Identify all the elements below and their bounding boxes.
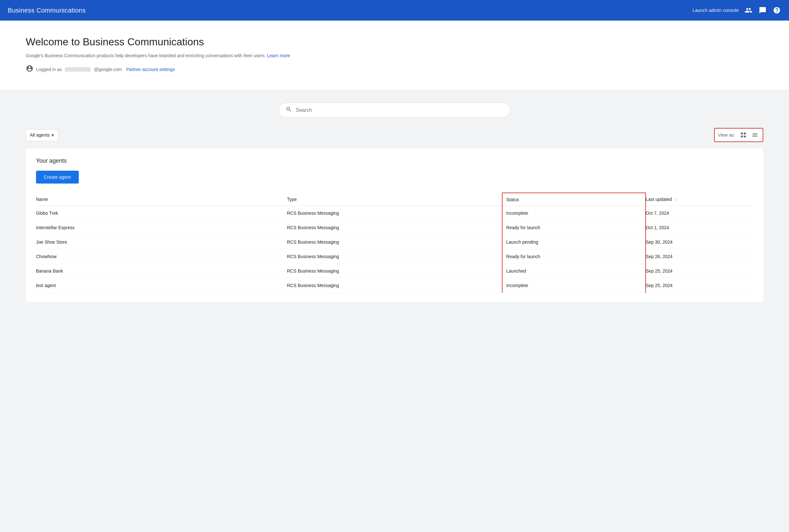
all-agents-dropdown[interactable]: All agents ▾ [26,129,58,141]
sort-desc-icon: ↓ [674,197,676,202]
view-as-label: View as: [718,132,735,138]
cell-last-updated: Sep 25, 2024 [645,264,753,278]
cell-type: RCS Business Messaging [287,235,502,249]
launch-admin-console-button[interactable]: Launch admin console [693,8,739,13]
agents-card: Your agents Create agent Name Type Statu… [26,149,763,302]
cell-last-updated: Sep 26, 2024 [645,249,753,264]
cell-last-updated: Oct 7, 2024 [645,206,753,221]
learn-more-link[interactable]: Learn more [267,53,290,58]
account-circle-icon [26,64,34,74]
cell-name: Joe Shoe Store [36,235,287,249]
search-icon [285,106,292,114]
cell-type: RCS Business Messaging [287,278,502,293]
table-row[interactable]: Globo Trek RCS Business Messaging Incomp… [36,206,753,221]
partner-account-settings-link[interactable]: Partner account settings [126,67,175,72]
agents-table: Name Type Status Last updated ↓ [36,193,753,293]
table-header-row: Name Type Status Last updated ↓ [36,193,753,206]
logged-in-text: Logged in as [36,67,62,72]
cell-status: Incomplete [502,206,645,221]
cell-status: Incomplete [502,278,645,293]
email-domain: @google.com [94,67,122,72]
table-row[interactable]: ChowNow RCS Business Messaging Ready for… [36,249,753,264]
cell-name: Globo Trek [36,206,287,221]
all-agents-label: All agents [30,132,50,138]
filter-row: All agents ▾ View as: [26,128,763,142]
cell-type: RCS Business Messaging [287,264,502,278]
people-icon[interactable] [744,6,753,15]
welcome-description: Google's Business Communication products… [26,53,763,58]
th-type: Type [287,193,502,206]
cell-status: Launched [502,264,645,278]
list-view-icon[interactable] [750,131,759,139]
cell-name: Interstellar Express [36,221,287,235]
welcome-section: Welcome to Business Communications Googl… [0,21,789,90]
th-last-updated[interactable]: Last updated ↓ [645,193,753,206]
chat-icon[interactable] [758,6,767,15]
search-bar [279,102,510,118]
cell-name: ChowNow [36,249,287,264]
view-as-container: View as: [714,128,763,142]
table-row[interactable]: Banana Bank RCS Business Messaging Launc… [36,264,753,278]
create-agent-button[interactable]: Create agent [36,171,79,184]
email-blur [65,67,91,72]
th-name: Name [36,193,287,206]
cell-type: RCS Business Messaging [287,249,502,264]
th-status: Status [502,193,645,206]
grid-view-icon[interactable] [739,131,748,139]
search-input[interactable] [296,107,504,113]
cell-status: Launch pending [502,235,645,249]
cell-last-updated: Oct 1, 2024 [645,221,753,235]
table-row[interactable]: test agent RCS Business Messaging Incomp… [36,278,753,293]
search-container [26,102,763,118]
dropdown-arrow-icon: ▾ [52,132,54,138]
logged-in-row: Logged in as @google.com Partner account… [26,64,763,74]
header-actions: Launch admin console [693,6,781,15]
cell-name: Banana Bank [36,264,287,278]
cell-last-updated: Sep 25, 2024 [645,278,753,293]
cell-status: Ready for launch [502,249,645,264]
help-icon[interactable] [772,6,781,15]
app-title: Business Communications [8,7,86,14]
table-row[interactable]: Interstellar Express RCS Business Messag… [36,221,753,235]
welcome-title: Welcome to Business Communications [26,36,763,48]
welcome-desc-text: Google's Business Communication products… [26,53,266,58]
cell-name: test agent [36,278,287,293]
agents-section-title: Your agents [36,157,753,164]
cell-type: RCS Business Messaging [287,206,502,221]
cell-type: RCS Business Messaging [287,221,502,235]
cell-last-updated: Sep 30, 2024 [645,235,753,249]
header: Business Communications Launch admin con… [0,0,789,21]
table-row[interactable]: Joe Shoe Store RCS Business Messaging La… [36,235,753,249]
cell-status: Ready for launch [502,221,645,235]
main-content: All agents ▾ View as: Your agents Create… [0,90,789,315]
